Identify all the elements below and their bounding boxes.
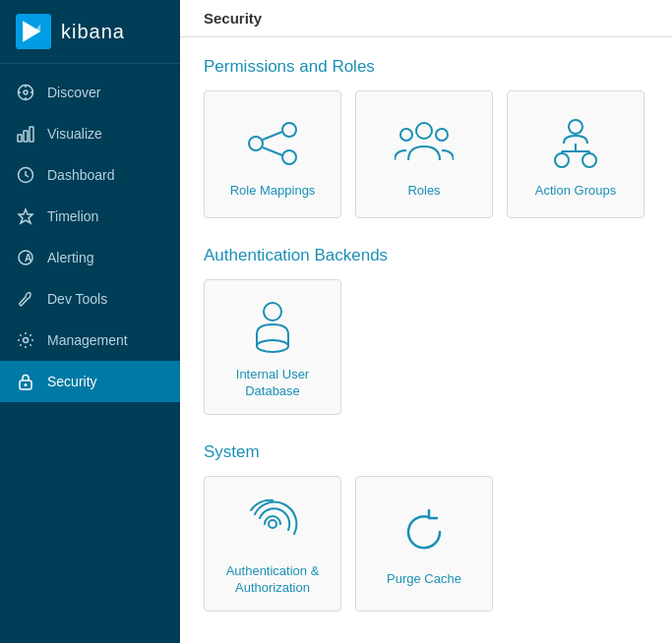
wrench-icon (16, 289, 35, 309)
content-body: Permissions and Roles Role (180, 37, 672, 643)
svg-point-17 (249, 137, 263, 150)
purge-cache-icon (395, 502, 454, 561)
svg-point-24 (436, 129, 448, 141)
svg-point-25 (569, 120, 582, 134)
auth-icon (243, 495, 302, 554)
role-mappings-label: Role Mappings (230, 183, 316, 200)
svg-point-33 (257, 340, 288, 352)
svg-text:A: A (25, 253, 31, 263)
svg-point-16 (25, 383, 28, 386)
lock-icon (16, 372, 35, 391)
sidebar-logo-text: kibana (61, 21, 125, 43)
dashboard-icon (16, 165, 35, 185)
page-title: Security (204, 10, 648, 27)
auth-backends-cards-row: Internal User Database (204, 279, 648, 415)
svg-rect-9 (18, 135, 22, 142)
card-purge-cache[interactable]: Purge Cache (355, 476, 493, 612)
compass-icon (16, 83, 35, 102)
bar-chart-icon (16, 124, 35, 144)
sidebar-item-label: Management (47, 332, 128, 348)
card-internal-user-db[interactable]: Internal User Database (204, 279, 341, 415)
action-groups-label: Action Groups (535, 183, 616, 200)
kibana-logo-icon (16, 14, 51, 49)
card-role-mappings[interactable]: Role Mappings (204, 90, 341, 218)
svg-point-4 (24, 90, 28, 94)
main-content-area: Security Permissions and Roles (180, 0, 672, 643)
sidebar-item-devtools[interactable]: Dev Tools (0, 278, 180, 320)
auth-backends-section-title: Authentication Backends (204, 246, 648, 265)
svg-point-32 (264, 303, 281, 321)
svg-point-19 (282, 150, 296, 164)
permissions-cards-row: Role Mappings (204, 90, 648, 218)
system-section-title: System (204, 442, 648, 462)
sidebar-item-label: Discover (47, 85, 100, 100)
svg-point-28 (555, 153, 569, 167)
sidebar-item-discover[interactable]: Discover (0, 72, 180, 113)
sidebar-item-label: Security (47, 374, 97, 389)
role-mappings-icon (243, 114, 302, 173)
svg-point-36 (269, 520, 276, 528)
purge-cache-label: Purge Cache (387, 571, 461, 588)
card-roles[interactable]: Roles (355, 90, 493, 218)
sidebar-item-security[interactable]: Security (0, 361, 180, 402)
permissions-section-title: Permissions and Roles (204, 57, 648, 77)
sidebar-item-management[interactable]: Management (0, 320, 180, 361)
internal-user-db-label: Internal User Database (214, 367, 331, 400)
sidebar-logo: kibana (0, 0, 180, 64)
action-groups-icon (546, 114, 605, 173)
sidebar-nav: Discover Visualize Dashboard (0, 72, 180, 402)
system-cards-row: Authentication & Authorization Purge Cac… (204, 476, 648, 612)
svg-point-23 (400, 129, 412, 141)
svg-point-29 (582, 153, 596, 167)
permissions-section: Permissions and Roles Role (204, 57, 648, 218)
svg-point-22 (416, 123, 432, 139)
svg-point-18 (282, 123, 296, 137)
gear-icon (16, 330, 35, 350)
system-section: System Authentication & Aut (204, 442, 648, 612)
card-auth-authorization[interactable]: Authentication & Authorization (204, 476, 341, 612)
user-database-icon (243, 298, 302, 357)
svg-rect-11 (30, 127, 33, 142)
sidebar-item-alerting[interactable]: A Alerting (0, 237, 180, 278)
sidebar: kibana Discover (0, 0, 180, 643)
svg-rect-10 (24, 131, 28, 142)
auth-authorization-label: Authentication & Authorization (214, 563, 331, 597)
auth-backends-section: Authentication Backends Int (204, 246, 648, 415)
sidebar-item-label: Dev Tools (47, 291, 107, 307)
sidebar-item-dashboard[interactable]: Dashboard (0, 154, 180, 196)
sidebar-item-label: Dashboard (47, 167, 115, 183)
roles-icon (395, 114, 454, 173)
sidebar-item-label: Timelion (47, 208, 98, 224)
sidebar-item-label: Alerting (47, 250, 93, 265)
sidebar-item-label: Visualize (47, 126, 102, 142)
sidebar-item-timelion[interactable]: Timelion (0, 196, 180, 237)
sidebar-item-visualize[interactable]: Visualize (0, 113, 180, 154)
svg-line-21 (263, 147, 282, 155)
alert-icon: A (16, 248, 35, 267)
page-header: Security (180, 0, 672, 37)
svg-point-14 (24, 338, 29, 343)
svg-line-20 (263, 132, 282, 140)
timelion-icon (16, 206, 35, 226)
roles-label: Roles (407, 183, 440, 200)
card-action-groups[interactable]: Action Groups (507, 90, 644, 218)
